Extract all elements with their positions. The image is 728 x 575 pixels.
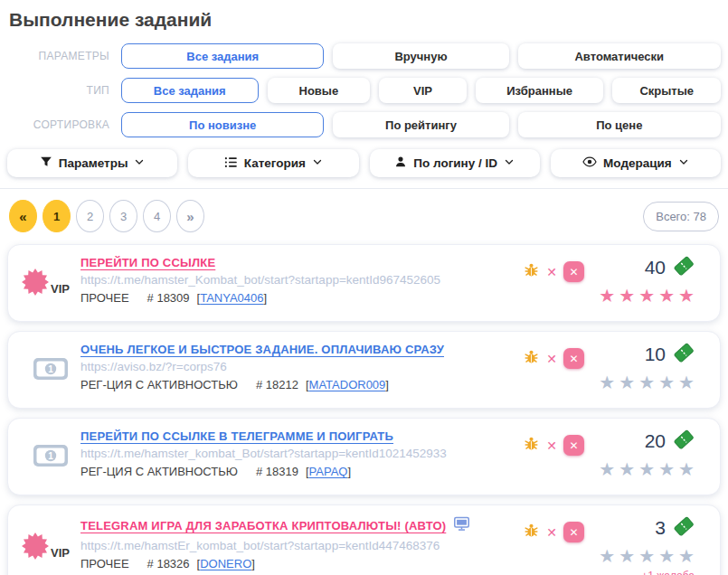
star-icon: ★ — [619, 547, 635, 565]
type-vip-button[interactable]: VIP — [379, 78, 467, 103]
type-all-tasks-button[interactable]: Все задания — [121, 78, 259, 103]
sort-rating-button[interactable]: По рейтингу — [333, 112, 508, 137]
star-icon: ★ — [619, 460, 635, 478]
close-icon[interactable]: ✕ — [546, 526, 557, 539]
chevron-down-icon — [134, 156, 145, 170]
bug-report-icon[interactable] — [523, 522, 540, 542]
star-icon: ★ — [638, 287, 655, 305]
star-icon: ★ — [599, 547, 615, 565]
task-title-link[interactable]: ПЕРЕЙТИ ПО ССЫЛКЕ — [80, 256, 215, 269]
task-price: 40 — [645, 257, 666, 278]
type-new-button[interactable]: Новые — [268, 78, 371, 103]
vip-label: VIP — [51, 282, 70, 296]
task-login-link[interactable]: TANYA0406 — [200, 291, 263, 305]
star-icon: ★ — [619, 373, 635, 391]
task-id: # 18212 — [256, 378, 298, 391]
chevron-down-icon — [678, 156, 689, 170]
task-login-link[interactable]: MATADOR009 — [309, 378, 386, 391]
task-title-link[interactable]: ОЧЕНЬ ЛЕГКОЕ И БЫСТРОЕ ЗАДАНИЕ. ОПЛАЧИВА… — [80, 343, 444, 356]
task-title-link[interactable]: TELEGRAM ИГРА ДЛЯ ЗАРАБОТКА КРИПТОВАЛЮТЫ… — [80, 519, 446, 533]
close-icon[interactable]: ✕ — [546, 266, 557, 278]
star-icon: ★ — [599, 287, 615, 305]
bug-report-icon[interactable] — [523, 435, 540, 456]
delete-task-button[interactable]: ✕ — [563, 348, 584, 369]
filter-label-sorting: СОРТИРОВКА — [7, 118, 121, 131]
pagination-first-button[interactable]: « — [9, 200, 37, 232]
task-meta: РЕГ-ЦИЯ С АКТИВНОСТЬЮ # 18319 [PAPAQ] — [80, 465, 523, 478]
chevron-down-icon — [504, 156, 515, 170]
task-content: ПЕРЕЙТИ ПО ССЫЛКЕ В ТЕЛЕГРАММЕ И ПОИГРАТ… — [80, 427, 523, 488]
delete-task-button[interactable]: ✕ — [563, 522, 584, 542]
banknote-icon: 1 — [33, 444, 69, 471]
task-actions: ✕ ✕ — [523, 261, 584, 282]
star-icon: ★ — [638, 373, 655, 391]
star-icon: ★ — [638, 547, 655, 565]
task-meta: ПРОЧЕЕ # 18326 [DONERO] — [80, 557, 523, 570]
task-title-link[interactable]: ПЕРЕЙТИ ПО ССЫЛКЕ В ТЕЛЕГРАММЕ И ПОИГРАТ… — [80, 429, 393, 443]
pagination-next-button[interactable]: » — [176, 200, 204, 232]
pagination-page-1[interactable]: 1 — [43, 200, 71, 232]
task-url: https://aviso.bz/?r=corps76 — [80, 360, 523, 373]
task-content: ОЧЕНЬ ЛЕГКОЕ И БЫСТРОЕ ЗАДАНИЕ. ОПЛАЧИВА… — [80, 340, 523, 401]
close-icon[interactable]: ✕ — [546, 353, 557, 365]
pagination-page-4[interactable]: 4 — [143, 200, 171, 232]
delete-task-button[interactable]: ✕ — [563, 435, 584, 456]
task-meta: ПРОЧЕЕ # 18309 [TANYA0406] — [80, 291, 523, 305]
star-icon: ★ — [658, 373, 675, 391]
star-icon: ★ — [678, 287, 695, 305]
total-count-badge: Всего: 78 — [643, 202, 719, 231]
svg-text:1: 1 — [48, 364, 53, 374]
filter-row-sorting: СОРТИРОВКА По новизне По рейтингу По цен… — [7, 112, 721, 137]
task-price-block: 20 ★★★★★ — [608, 427, 695, 488]
bug-report-icon[interactable] — [523, 348, 540, 369]
star-icon: ★ — [678, 373, 695, 391]
filter-row-parameters: ПАРАМЕТРЫ Все задания Вручную Автоматиче… — [7, 43, 721, 69]
bracket: ] — [347, 465, 351, 478]
task-actions: ✕ ✕ — [523, 435, 584, 456]
filter-manual-button[interactable]: Вручную — [333, 43, 508, 69]
task-badge-money: 1 — [21, 340, 80, 401]
banknote-icon: 1 — [33, 357, 69, 384]
task-rating: ★★★★★ — [599, 373, 695, 391]
task-card: VIP TELEGRAM ИГРА ДЛЯ ЗАРАБОТКА КРИПТОВА… — [7, 504, 721, 575]
task-url: https://t.me/hamstEr_kombat_bot/start?st… — [80, 539, 523, 552]
task-card: 1 ПЕРЕЙТИ ПО ССЫЛКЕ В ТЕЛЕГРАММЕ И ПОИГР… — [7, 418, 721, 495]
pagination-page-2[interactable]: 2 — [76, 200, 104, 232]
bracket: ] — [264, 291, 268, 305]
task-actions: ✕ ✕ — [523, 348, 584, 369]
delete-task-button[interactable]: ✕ — [563, 261, 584, 282]
eye-icon — [582, 156, 597, 171]
filter-label-parameters: ПАРАМЕТРЫ — [7, 50, 121, 62]
parameters-dropdown-label: Параметры — [59, 156, 128, 170]
parameters-dropdown-button[interactable]: Параметры — [7, 149, 177, 177]
moderation-dropdown-button[interactable]: Модерация — [551, 149, 721, 177]
filter-all-tasks-button[interactable]: Все задания — [121, 43, 324, 69]
close-icon[interactable]: ✕ — [546, 439, 557, 452]
task-badge-vip: VIP — [21, 253, 80, 315]
type-hidden-button[interactable]: Скрытые — [612, 78, 721, 103]
type-favorites-button[interactable]: Избранные — [476, 78, 604, 103]
filter-automatic-button[interactable]: Автоматически — [518, 43, 721, 69]
task-url: https://t.me/hamster_kombat_Bot/start?st… — [80, 447, 523, 460]
task-content: TELEGRAM ИГРА ДЛЯ ЗАРАБОТКА КРИПТОВАЛЮТЫ… — [80, 514, 523, 575]
task-login-link[interactable]: DONERO — [200, 557, 251, 570]
category-dropdown-button[interactable]: Категория — [188, 149, 358, 177]
complaint-link[interactable]: +1 жалоба — [641, 570, 695, 575]
pagination-row: « 1 2 3 4 » Всего: 78 — [9, 200, 719, 232]
star-icon: ★ — [658, 287, 675, 305]
sort-price-button[interactable]: По цене — [518, 112, 721, 137]
login-id-dropdown-button[interactable]: По логину / ID — [370, 149, 540, 177]
page-title: Выполнение заданий — [9, 9, 721, 31]
task-login-link[interactable]: PAPAQ — [309, 465, 348, 478]
task-card: VIP ПЕРЕЙТИ ПО ССЫЛКЕ https://t.me/hamst… — [7, 244, 721, 322]
task-price: 3 — [655, 517, 666, 539]
star-icon: ★ — [658, 547, 675, 565]
svg-text:1: 1 — [48, 451, 53, 461]
monitor-icon[interactable] — [453, 516, 470, 535]
sort-newest-button[interactable]: По новизне — [121, 112, 324, 137]
task-id: # 18309 — [147, 291, 190, 305]
task-id: # 18319 — [256, 465, 298, 478]
bug-report-icon[interactable] — [523, 261, 540, 282]
pagination-page-3[interactable]: 3 — [109, 200, 137, 232]
task-actions: ✕ ✕ — [523, 522, 584, 542]
